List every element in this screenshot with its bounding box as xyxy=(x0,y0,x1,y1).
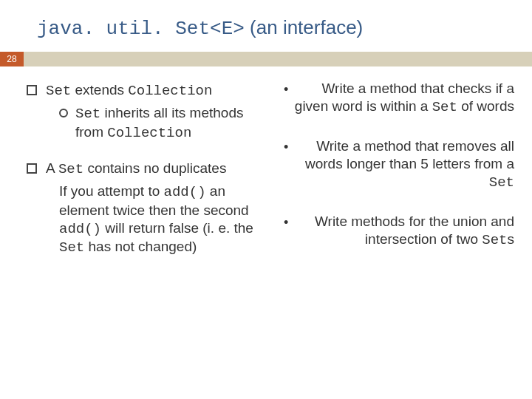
code-text: add() xyxy=(164,184,206,200)
slide-content: Set extends Collection Set inherits all … xyxy=(0,66,532,275)
code-text: Set xyxy=(482,232,507,248)
text: has not changed) xyxy=(84,239,197,254)
square-bullet-icon xyxy=(27,85,37,95)
sub-bullet: Set inherits all its methods from Collec… xyxy=(46,104,270,142)
right-text: Write a method that removes all words lo… xyxy=(294,137,514,192)
left-column: Set extends Collection Set inherits all … xyxy=(27,75,270,275)
code-text: Set xyxy=(59,239,84,256)
title-code: java. util. Set<E> xyxy=(37,18,245,40)
bullet-text: Set extends Collection xyxy=(46,81,270,100)
bullet-text: A Set contains no duplicates xyxy=(46,160,270,178)
sub-bullet-text: If you attempt to add() an element twice… xyxy=(59,183,270,256)
bullet-item: Set extends Collection Set inherits all … xyxy=(27,81,270,142)
header-band: 28 xyxy=(0,52,532,66)
text: of words xyxy=(457,98,514,114)
code-text: Set xyxy=(46,83,71,99)
sub-bullet-text: Set inherits all its methods from Collec… xyxy=(75,104,270,142)
page-number-badge: 28 xyxy=(0,52,24,66)
dot-bullet-icon: • xyxy=(284,140,288,192)
code-text: Collection xyxy=(128,83,212,99)
title-rest: (an interface) xyxy=(245,16,363,38)
right-bullet: • Write a method that removes all words … xyxy=(284,137,514,192)
dot-bullet-icon: • xyxy=(284,83,288,117)
code-text: Set xyxy=(58,161,83,177)
bullet-item: A Set contains no duplicates If you atte… xyxy=(27,160,270,257)
right-bullet: • Write methods for the union and inters… xyxy=(284,213,514,250)
code-text: add() xyxy=(59,221,101,237)
dot-bullet-icon: • xyxy=(284,216,288,250)
text: s xyxy=(508,231,515,247)
text: will return false (i. e. the xyxy=(101,220,253,236)
text: A xyxy=(46,160,58,176)
circle-bullet-icon xyxy=(59,109,68,117)
sub-bullet: If you attempt to add() an element twice… xyxy=(46,183,270,256)
right-text: Write methods for the union and intersec… xyxy=(294,213,514,250)
right-column: • Write a method that checks if a given … xyxy=(284,75,514,275)
text: extends xyxy=(71,82,128,98)
text: contains no duplicates xyxy=(83,160,226,176)
code-text: Set xyxy=(489,174,514,191)
text: If you attempt to xyxy=(59,183,164,199)
right-bullet: • Write a method that checks if a given … xyxy=(284,80,514,117)
slide-title: java. util. Set<E> (an interface) xyxy=(0,0,532,52)
right-text: Write a method that checks if a given wo… xyxy=(294,80,514,117)
square-bullet-icon xyxy=(27,163,37,174)
text: Write a method that removes all words lo… xyxy=(305,138,514,171)
code-text: Set xyxy=(75,106,100,122)
code-text: Collection xyxy=(107,125,191,141)
code-text: Set xyxy=(432,99,457,115)
